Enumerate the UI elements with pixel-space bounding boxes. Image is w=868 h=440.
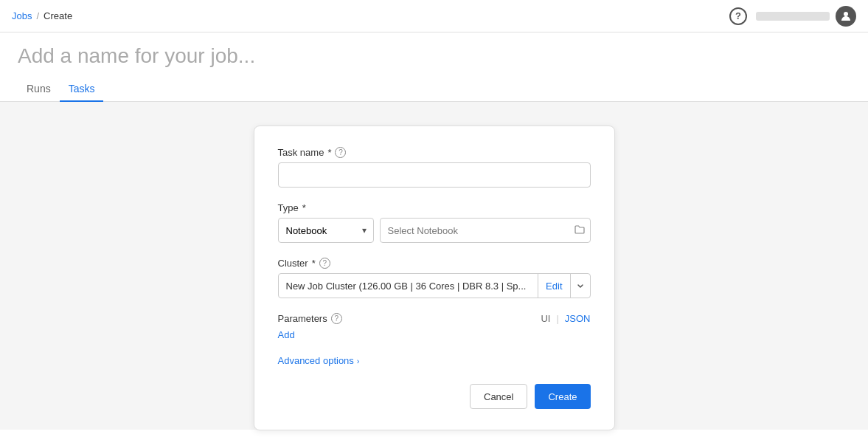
cluster-edit-button[interactable]: Edit <box>538 274 569 298</box>
tab-runs[interactable]: Runs <box>18 77 60 102</box>
parameters-add-link[interactable]: Add <box>278 329 295 340</box>
cancel-button[interactable]: Cancel <box>470 384 527 409</box>
parameters-help-icon[interactable]: ? <box>331 313 342 324</box>
create-button[interactable]: Create <box>535 384 590 409</box>
notebook-input[interactable] <box>380 218 591 243</box>
parameters-right: UI | JSON <box>541 313 590 324</box>
type-select-wrapper: Notebook Python JAR Spark Submit <box>278 218 374 243</box>
parameters-left: Parameters ? <box>278 313 342 324</box>
breadcrumb: Jobs / Create <box>12 10 72 21</box>
user-area <box>756 6 856 27</box>
cluster-value: New Job Cluster (126.00 GB | 36 Cores | … <box>279 281 538 292</box>
parameters-separator: | <box>556 313 558 324</box>
folder-icon[interactable] <box>574 224 585 236</box>
breadcrumb-parent[interactable]: Jobs <box>12 10 32 21</box>
svg-point-0 <box>844 12 848 16</box>
advanced-options-label: Advanced options <box>278 355 354 366</box>
user-name-placeholder <box>756 12 830 21</box>
top-right-area: ? <box>729 6 856 27</box>
parameters-ui-mode[interactable]: UI <box>541 313 550 324</box>
cluster-label: Cluster * ? <box>278 258 591 269</box>
cluster-help-icon[interactable]: ? <box>319 258 330 269</box>
type-select[interactable]: Notebook Python JAR Spark Submit <box>278 218 374 243</box>
type-label: Type * <box>278 202 591 213</box>
page-title[interactable]: Add a name for your job... <box>18 44 850 68</box>
task-card: Task name * ? Type * Notebook Python JAR… <box>254 126 615 430</box>
parameters-json-mode[interactable]: JSON <box>565 313 591 324</box>
breadcrumb-current: Create <box>44 10 72 21</box>
type-field-group: Type * Notebook Python JAR Spark Submit <box>278 202 591 243</box>
top-bar: Jobs / Create ? <box>0 0 868 32</box>
task-name-field-group: Task name * ? <box>278 147 591 188</box>
cluster-field-group: Cluster * ? New Job Cluster (126.00 GB |… <box>278 258 591 298</box>
cluster-row: New Job Cluster (126.00 GB | 36 Cores | … <box>278 273 591 298</box>
type-required: * <box>302 202 306 213</box>
tabs-bar: Runs Tasks <box>0 77 868 102</box>
card-footer: Cancel Create <box>278 384 591 409</box>
breadcrumb-separator: / <box>36 10 39 21</box>
page-title-area: Add a name for your job... <box>0 32 868 68</box>
cluster-required: * <box>312 258 316 269</box>
parameters-label: Parameters <box>278 313 327 324</box>
task-name-required: * <box>327 147 331 158</box>
help-icon[interactable]: ? <box>729 7 747 25</box>
task-name-label: Task name * ? <box>278 147 591 158</box>
parameters-field-group: Parameters ? UI | JSON Add <box>278 313 591 340</box>
cluster-chevron-icon[interactable] <box>570 274 590 298</box>
task-name-input[interactable] <box>278 162 591 188</box>
user-avatar[interactable] <box>836 6 856 27</box>
advanced-options-link[interactable]: Advanced options › <box>278 355 591 366</box>
tab-tasks[interactable]: Tasks <box>60 77 104 102</box>
main-content: Task name * ? Type * Notebook Python JAR… <box>0 102 868 430</box>
type-row: Notebook Python JAR Spark Submit <box>278 218 591 243</box>
advanced-options-chevron-icon: › <box>357 357 360 365</box>
parameters-header: Parameters ? UI | JSON <box>278 313 591 324</box>
task-name-help-icon[interactable]: ? <box>335 147 346 158</box>
notebook-select-wrapper <box>380 218 591 243</box>
